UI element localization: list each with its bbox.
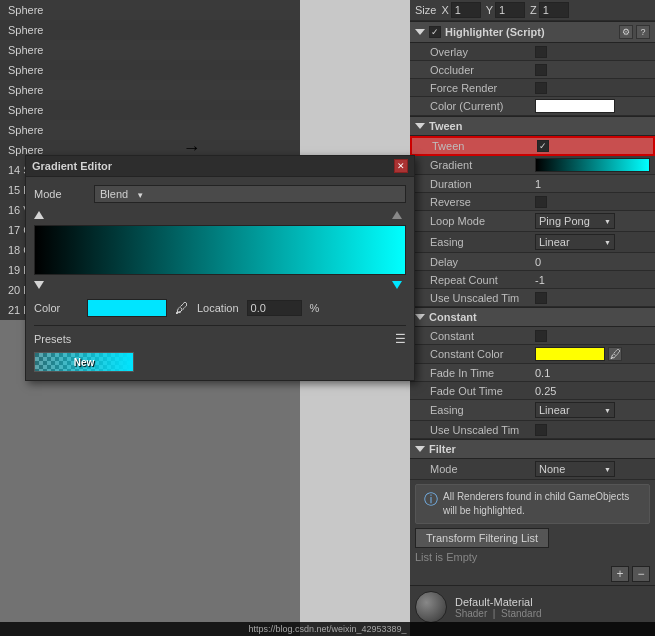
hierarchy-item[interactable]: Sphere: [0, 0, 300, 20]
color-current-swatch[interactable]: [535, 99, 615, 113]
color-marker-left[interactable]: [34, 281, 44, 289]
url-bar: https://blog.csdn.net/weixin_42953389_: [0, 622, 655, 636]
mode-dropdown[interactable]: Blend ▼: [94, 185, 406, 203]
loop-mode-row: Loop Mode Ping Pong ▼: [410, 211, 655, 232]
tween-section-header[interactable]: Tween: [410, 116, 655, 136]
filter-mode-row: Mode None ▼: [410, 459, 655, 480]
filter-section-header[interactable]: Filter: [410, 439, 655, 459]
easing-arrow-icon: ▼: [604, 239, 611, 246]
remove-item-button[interactable]: −: [632, 566, 650, 582]
delay-row: Delay 0: [410, 253, 655, 271]
constant-color-label: Constant Color: [430, 348, 535, 360]
hierarchy-item[interactable]: Sphere: [0, 120, 300, 140]
material-shader-label: Shader | Standard: [455, 608, 542, 619]
mode-row: Mode Blend ▼: [34, 185, 406, 203]
transform-filtering-button[interactable]: Transform Filtering List: [415, 528, 549, 548]
filter-expand-icon: [415, 446, 425, 452]
size-row: Size X Y Z: [410, 0, 655, 21]
tween-checkbox[interactable]: [537, 140, 549, 152]
use-unscaled-constant-checkbox[interactable]: [535, 424, 547, 436]
constant-section-title: Constant: [429, 311, 477, 323]
easing-row: Easing Linear ▼: [410, 232, 655, 253]
plus-minus-row: + −: [410, 563, 655, 585]
presets-menu-icon[interactable]: ☰: [395, 332, 406, 346]
use-unscaled-tween-checkbox[interactable]: [535, 292, 547, 304]
easing-dropdown[interactable]: Linear ▼: [535, 234, 615, 250]
overlay-label: Overlay: [430, 46, 535, 58]
size-y-field: Y: [486, 2, 525, 18]
reverse-label: Reverse: [430, 196, 535, 208]
size-x-field: X: [441, 2, 480, 18]
dropdown-arrow-icon: ▼: [136, 191, 144, 200]
color-stops-row: [34, 277, 406, 289]
tween-section-title: Tween: [429, 120, 462, 132]
gradient-preview-swatch[interactable]: [535, 158, 650, 172]
reverse-checkbox[interactable]: [535, 196, 547, 208]
gradient-display[interactable]: [34, 225, 406, 275]
component-settings-icon[interactable]: ⚙: [619, 25, 633, 39]
component-help-icon[interactable]: ?: [636, 25, 650, 39]
force-render-checkbox[interactable]: [535, 82, 547, 94]
use-unscaled-tween-label: Use Unscaled Tim: [430, 292, 535, 304]
occluder-checkbox[interactable]: [535, 64, 547, 76]
gradient-editor-close-button[interactable]: ✕: [394, 159, 408, 173]
hierarchy-item[interactable]: Sphere: [0, 20, 300, 40]
preset-new-label: New: [74, 357, 95, 368]
duration-label: Duration: [430, 178, 535, 190]
overlay-checkbox[interactable]: [535, 46, 547, 58]
use-unscaled-constant-label: Use Unscaled Tim: [430, 424, 535, 436]
gradient-editor-window: Gradient Editor ✕ Mode Blend ▼: [25, 155, 415, 381]
fade-out-row: Fade Out Time 0.25: [410, 382, 655, 400]
hierarchy-item[interactable]: Sphere: [0, 60, 300, 80]
force-render-label: Force Render: [430, 82, 535, 94]
gradient-display-wrapper: [34, 225, 406, 275]
eyedropper-icon[interactable]: 🖊: [175, 300, 189, 316]
use-unscaled-constant-row: Use Unscaled Tim: [410, 421, 655, 439]
size-x-input[interactable]: [451, 2, 481, 18]
fade-in-value: 0.1: [535, 367, 650, 379]
size-label: Size: [415, 4, 436, 16]
alpha-marker-left[interactable]: [34, 211, 44, 219]
alpha-marker-right[interactable]: [392, 211, 402, 219]
tween-label: Tween: [432, 140, 537, 152]
filter-mode-dropdown[interactable]: None ▼: [535, 461, 615, 477]
duration-value: 1: [535, 178, 650, 190]
constant-section-header[interactable]: Constant: [410, 307, 655, 327]
constant-row: Constant: [410, 327, 655, 345]
loop-mode-dropdown[interactable]: Ping Pong ▼: [535, 213, 615, 229]
filter-info-text: All Renderers found in child GameObjects…: [443, 490, 641, 518]
constant-expand-icon: [415, 314, 425, 320]
color-marker-right[interactable]: [392, 281, 402, 289]
color-preview-swatch[interactable]: [87, 299, 167, 317]
constant-color-eyedropper-icon[interactable]: 🖊: [608, 347, 622, 361]
hierarchy-item[interactable]: Sphere: [0, 40, 300, 60]
add-item-button[interactable]: +: [611, 566, 629, 582]
overlay-row: Overlay: [410, 43, 655, 61]
alpha-stops-row: [34, 211, 406, 223]
hierarchy-item[interactable]: Sphere: [0, 100, 300, 120]
filter-info-box: ⓘ All Renderers found in child GameObjec…: [415, 484, 650, 524]
delay-value: 0: [535, 256, 650, 268]
delay-label: Delay: [430, 256, 535, 268]
size-z-input[interactable]: [539, 2, 569, 18]
constant-color-swatch[interactable]: [535, 347, 605, 361]
component-expand-icon[interactable]: [415, 29, 425, 35]
constant-checkbox[interactable]: [535, 330, 547, 342]
location-input[interactable]: [247, 300, 302, 316]
hierarchy-item[interactable]: Sphere: [0, 80, 300, 100]
color-label: Color: [34, 302, 79, 314]
gradient-row: Gradient: [410, 156, 655, 175]
size-y-input[interactable]: [495, 2, 525, 18]
material-info: Default-Material Shader | Standard: [455, 596, 542, 619]
material-name: Default-Material: [455, 596, 542, 608]
gradient-label: Gradient: [430, 159, 535, 171]
component-title: Highlighter (Script): [445, 26, 545, 38]
constant-easing-dropdown[interactable]: Linear ▼: [535, 402, 615, 418]
inspector-panel: Size X Y Z Highlighter (Script) ⚙ ? Over…: [410, 0, 655, 636]
component-enabled-checkbox[interactable]: [429, 26, 441, 38]
filter-mode-arrow-icon: ▼: [604, 466, 611, 473]
preset-new[interactable]: New: [34, 352, 134, 372]
constant-easing-value: Linear: [539, 404, 570, 416]
force-render-row: Force Render: [410, 79, 655, 97]
gradient-editor-titlebar: Gradient Editor ✕: [26, 156, 414, 177]
